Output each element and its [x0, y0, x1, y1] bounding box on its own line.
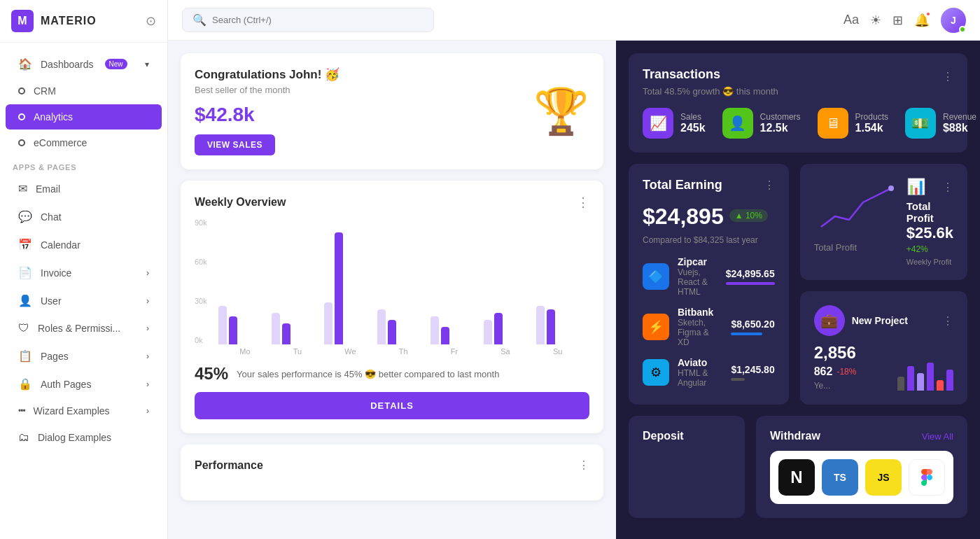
mini-bar — [927, 363, 934, 391]
sidebar-item-crm[interactable]: CRM — [6, 78, 162, 104]
chat-icon: 💬 — [18, 210, 32, 223]
user-icon: 👤 — [18, 294, 32, 307]
nextjs-logo: N — [778, 459, 815, 496]
invoice-icon: 📄 — [18, 266, 32, 279]
profit-chart-label: Total Profit — [814, 242, 898, 253]
new-project-card: 💼 New Project ⋮ 2,856 862 -18% — [800, 291, 967, 405]
sidebar-item-chat[interactable]: 💬 Chat — [6, 203, 162, 230]
sidebar-header: M MATERIO ⊙ — [0, 0, 167, 43]
sidebar-item-wizard[interactable]: ••• Wizard Examples › — [6, 398, 162, 424]
stat-info: Customers 12.5k — [760, 112, 801, 134]
bar-light — [430, 316, 439, 344]
bar-group — [272, 313, 319, 344]
sidebar-item-calendar[interactable]: 📅 Calendar — [6, 231, 162, 258]
project-badge: -18% — [836, 367, 856, 377]
total-earning-card: Total Earning ⋮ $24,895 ▲ 10% Compared t… — [629, 164, 789, 405]
view-sales-button[interactable]: VIEW SALES — [195, 134, 275, 155]
sidebar-item-label: Invoice — [41, 267, 71, 279]
sidebar-item-analytics[interactable]: Analytics — [6, 104, 162, 130]
view-all-link[interactable]: View All — [922, 431, 953, 442]
earning-amount: $24,895 — [643, 204, 724, 230]
bar-purple — [388, 320, 396, 344]
stat-info: Revenue $88k — [943, 112, 976, 134]
mini-bar — [897, 377, 904, 391]
more-options-icon[interactable]: ⋮ — [942, 314, 953, 328]
aviato-logo: ⚙ — [643, 359, 669, 386]
weekly-percent: 45% — [195, 364, 228, 384]
sidebar-item-invoice[interactable]: 📄 Invoice › — [6, 259, 162, 286]
translate-icon[interactable]: Aa — [844, 13, 859, 27]
sidebar-item-pages[interactable]: 📋 Pages › — [6, 342, 162, 370]
sidebar-item-label: Chat — [41, 211, 62, 223]
weekly-desc: Your sales performance is 45% 😎 better c… — [237, 369, 589, 379]
earning-progress-bar — [731, 378, 745, 381]
stat-label: Revenue — [943, 112, 976, 122]
earning-item-aviato: ⚙ Aviato HTML & Angular $1,245.80 — [643, 357, 775, 388]
logo-icon: M — [11, 10, 34, 32]
more-options-icon[interactable]: ⋮ — [578, 458, 589, 472]
topbar-actions: Aa ☀ ⊞ 🔔 J — [844, 8, 966, 33]
performance-card: Performance ⋮ — [181, 444, 603, 500]
deposit-card: Deposit — [629, 416, 745, 518]
total-profit-card: Total Profit 📊 ⋮ Total Profit $25.6k — [800, 164, 967, 280]
trophy-icon: 🏆 — [533, 85, 589, 138]
zipcar-logo: 🔷 — [643, 263, 669, 290]
products-icon-box: 🖥 — [818, 108, 848, 139]
circle-icon — [18, 113, 25, 120]
chevron-icon: › — [146, 268, 149, 278]
search-icon: 🔍 — [192, 13, 206, 27]
project-value: 862 — [814, 365, 833, 378]
revenue-icon-box: 💵 — [905, 108, 936, 139]
sidebar-item-label: Auth Pages — [41, 379, 91, 390]
topbar: 🔍 Aa ☀ ⊞ 🔔 J — [168, 0, 980, 41]
stat-value: $88k — [943, 122, 976, 134]
weekly-header: Weekly Overview ⋮ — [195, 195, 589, 210]
sidebar-item-dialog[interactable]: 🗂 Dialog Examples — [6, 424, 162, 451]
search-bar[interactable]: 🔍 — [182, 8, 434, 32]
more-options-icon[interactable]: ⋮ — [942, 70, 953, 83]
bar-group — [430, 316, 478, 344]
details-button[interactable]: DETAILS — [195, 392, 589, 419]
congrats-title: Congratulations John! 🥳 — [195, 67, 340, 82]
pages-icon: 📋 — [18, 349, 32, 363]
customers-icon-box: 👤 — [722, 108, 753, 139]
transactions-stats: 📈 Sales 245k 👤 Customers 12.5k — [643, 108, 953, 139]
grid-icon[interactable]: ⊞ — [892, 13, 903, 28]
profit-line-chart — [814, 178, 898, 234]
more-options-icon[interactable]: ⋮ — [942, 181, 953, 194]
earning-amount-right: $1,245.80 — [731, 364, 774, 381]
sidebar-item-email[interactable]: ✉ Email — [6, 175, 162, 202]
sidebar-item-label: Wizard Examples — [34, 405, 110, 416]
theme-icon[interactable]: ☀ — [870, 13, 881, 28]
search-input[interactable] — [212, 15, 424, 25]
more-options-icon[interactable]: ⋮ — [577, 195, 589, 210]
profit-badge: +42% — [906, 244, 928, 254]
wizard-icon: ••• — [18, 406, 25, 416]
project-icon: 💼 — [814, 305, 845, 336]
sidebar-item-roles[interactable]: 🛡 Roles & Permissi... › — [6, 315, 162, 342]
sidebar-item-auth[interactable]: 🔒 Auth Pages › — [6, 370, 162, 398]
transactions-title: Transactions — [643, 67, 720, 82]
tech-logos-card: N TS JS — [770, 451, 953, 504]
bar-group — [536, 306, 584, 344]
svg-point-0 — [888, 186, 894, 191]
sidebar-toggle-icon[interactable]: ⊙ — [146, 13, 156, 29]
withdraw-tech-card: Withdraw View All N TS JS — [756, 416, 967, 518]
avatar-wrap[interactable]: J — [941, 8, 966, 33]
stat-revenue: 💵 Revenue $88k — [905, 108, 976, 139]
sidebar: M MATERIO ⊙ 🏠 Dashboards New ▾ CRM Analy… — [0, 0, 168, 539]
sidebar-item-ecommerce[interactable]: eCommerce — [6, 130, 162, 155]
notification-icon[interactable]: 🔔 — [914, 13, 930, 28]
bar-purple — [494, 313, 503, 344]
stat-label: Sales — [680, 112, 706, 122]
circle-icon — [18, 88, 25, 94]
lock-icon: 🔒 — [18, 377, 32, 391]
sidebar-item-dashboards[interactable]: 🏠 Dashboards New ▾ — [6, 50, 162, 78]
figma-icon — [918, 469, 935, 486]
bar-purple — [282, 323, 290, 344]
profit-stats: 📊 ⋮ Total Profit $25.6k +42% Weekly Prof… — [906, 178, 953, 266]
sidebar-item-user[interactable]: 👤 User › — [6, 287, 162, 314]
more-options-icon[interactable]: ⋮ — [764, 178, 775, 192]
weekly-stats: 45% Your sales performance is 45% 😎 bett… — [195, 364, 589, 384]
bitbank-logo: ⚡ — [643, 314, 669, 340]
